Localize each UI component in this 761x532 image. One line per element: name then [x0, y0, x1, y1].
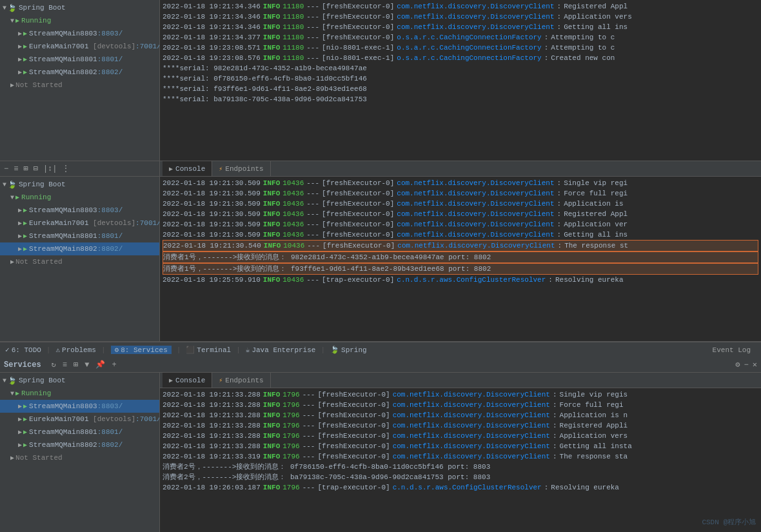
tree-item-8802-mid[interactable]: ▶ ▶ StreamMQMain8802 :8802/ [0, 242, 159, 255]
tree-item-8801-top[interactable]: ▶ ▶ StreamMQMain8801 :8801/ [0, 53, 159, 66]
settings-icon[interactable]: ⚙ [735, 360, 740, 369]
tree-item-running-bot[interactable]: ▼ ▶ Running [0, 387, 159, 400]
tree-item-8803-mid[interactable]: ▶ ▶ StreamMQMain8803 :8803/ [0, 204, 159, 217]
run-icon: ▶ [23, 232, 27, 240]
tree-item-springboot-mid[interactable]: ▼ 🍃 Spring Boot [0, 178, 159, 191]
arrow-icon: ▼ [10, 390, 14, 397]
consumer-line-2: 消费者1号，------->接收到的消息： f93ff6e1-9d61-4f11… [163, 263, 758, 275]
watermark: CSDN @程序小旭 [702, 517, 756, 527]
status-terminal[interactable]: ⬛ Terminal [186, 346, 231, 354]
toolbar-pin2-icon[interactable]: 📌 [94, 359, 106, 370]
tree-item-springboot-top[interactable]: ▼ 🍃 Spring Boot [0, 1, 159, 14]
status-java[interactable]: ☕ Java Enterprise [246, 346, 316, 354]
run-icon: ▶ [23, 415, 27, 423]
tree-label: EurekaMain7001 [devtools] [29, 43, 135, 50]
log-line: 2022-01-18 19:21:30.509 INFO 10436 --- [… [163, 209, 758, 219]
tree-label: EurekaMain7001 [devtools] [29, 415, 135, 423]
event-log-button[interactable]: Event Log [707, 345, 756, 355]
divider: | [236, 346, 241, 354]
port-label: :8802/ [97, 245, 123, 253]
log-line: 2022-01-18 19:21:30.509 INFO 10436 --- [… [163, 188, 758, 199]
log-line: 2022-01-18 19:21:33.288 INFO 1796 --- [f… [163, 441, 758, 451]
tree-toolbar-mid: − ≡ ⊞ ⊟ |↕| ⋮ [0, 161, 159, 177]
run-icon: ▶ [23, 206, 27, 214]
log-line: 2022-01-18 19:21:33.288 INFO 1796 --- [f… [163, 389, 758, 400]
toolbar-sync-icon[interactable]: ↻ [50, 359, 57, 370]
tree-item-8803-bot[interactable]: ▶ ▶ StreamMQMain8803 :8803/ [0, 400, 159, 413]
top-section: ▼ 🍃 Spring Boot ▼ ▶ Running ▶ ▶ StreamMQ… [0, 0, 761, 161]
tree-item-8801-mid[interactable]: ▶ ▶ StreamMQMain8801 :8801/ [0, 230, 159, 242]
arrow-icon: ▶ [18, 30, 22, 37]
toolbar-icon-more[interactable]: ⋮ [61, 163, 71, 174]
todo-icon: ✓ [5, 346, 10, 354]
toolbar-filter-icon[interactable]: ▼ [83, 360, 90, 370]
toolbar-add-icon[interactable]: + [110, 360, 117, 370]
tab-console-bot[interactable]: ▶ Console [163, 373, 212, 388]
tree-bot: ▼ 🍃 Spring Boot ▼ ▶ Running ▶ ▶ StreamMQ… [0, 373, 159, 466]
right-panel-top: 2022-01-18 19:21:34.346 INFO 11180 --- [… [160, 0, 761, 161]
tree-label: Not Started [15, 258, 63, 266]
tree-item-7001-top[interactable]: ▶ ▶ EurekaMain7001 [devtools] :7001/ [0, 40, 159, 53]
run-icon: ▶ [23, 30, 27, 37]
tree-label: Not Started [15, 454, 63, 462]
spring-icon: 🍃 [330, 346, 339, 354]
toolbar-icon-minus[interactable]: − [3, 164, 10, 174]
arrow-icon: ▶ [18, 441, 22, 449]
log-tabs-bot: ▶ Console ⚡ Endpoints [160, 373, 761, 388]
status-todo[interactable]: ✓ 6: TODO [5, 346, 41, 354]
close-icon[interactable]: ✕ [753, 360, 757, 369]
right-panel-bot: ▶ Console ⚡ Endpoints 2022-01-18 19:21:3… [160, 373, 761, 532]
tab-label: Endpoints [225, 377, 263, 384]
toolbar-icon-expand[interactable]: ⊞ [22, 163, 29, 174]
tree-top: ▼ 🍃 Spring Boot ▼ ▶ Running ▶ ▶ StreamMQ… [0, 0, 159, 93]
run-icon: ▶ [23, 219, 27, 227]
log-line: 2022-01-18 19:21:30.509 INFO 10436 --- [… [163, 178, 758, 188]
status-problems[interactable]: ⚠ Problems [55, 346, 95, 354]
log-line: 2022-01-18 19:23:08.576 INFO 11180 --- [… [163, 53, 758, 63]
tree-item-running-top[interactable]: ▼ ▶ Running [0, 14, 159, 27]
tree-item-8801-bot[interactable]: ▶ ▶ StreamMQMain8801 :8801/ [0, 426, 159, 438]
problems-label: Problems [62, 346, 96, 354]
tree-item-not-started-mid[interactable]: ▶ Not Started [0, 255, 159, 268]
port-label: :8803/ [97, 206, 123, 214]
port-label: :8802/ [97, 68, 123, 76]
toolbar-icon-eq[interactable]: ≡ [12, 164, 19, 174]
log-line: 2022-01-18 19:21:33.319 INFO 1796 --- [f… [163, 451, 758, 462]
toolbar-expand2-icon[interactable]: ⊞ [72, 359, 79, 370]
tab-console-mid[interactable]: ▶ Console [163, 161, 212, 176]
tree-item-8803-top[interactable]: ▶ ▶ StreamMQMain8803 :8803/ [0, 27, 159, 40]
tree-item-7001-mid[interactable]: ▶ ▶ EurekaMain7001 [devtools] :7001/ [0, 217, 159, 230]
left-panel-bot: ▼ 🍃 Spring Boot ▼ ▶ Running ▶ ▶ StreamMQ… [0, 373, 160, 532]
left-panel-mid: − ≡ ⊞ ⊟ |↕| ⋮ ▼ 🍃 Spring Boot ▼ ▶ Runnin… [0, 161, 160, 341]
arrow-icon: ▶ [10, 81, 14, 89]
arrow-icon: ▶ [18, 245, 22, 253]
middle-section: − ≡ ⊞ ⊟ |↕| ⋮ ▼ 🍃 Spring Boot ▼ ▶ Runnin… [0, 161, 761, 342]
tree-item-not-started-bot[interactable]: ▶ Not Started [0, 451, 159, 464]
tree-item-8802-top[interactable]: ▶ ▶ StreamMQMain8802 :8802/ [0, 66, 159, 79]
spring-icon: 🍃 [8, 181, 17, 189]
java-icon: ☕ [246, 346, 250, 354]
tab-endpoints-bot[interactable]: ⚡ Endpoints [212, 373, 270, 388]
run-icon: ▶ [23, 245, 27, 253]
tab-endpoints-mid[interactable]: ⚡ Endpoints [212, 161, 270, 176]
spring-icon: 🍃 [8, 377, 17, 385]
status-spring[interactable]: 🍃 Spring [330, 346, 367, 354]
log-line: 2022-01-18 19:21:34.377 INFO 11180 --- [… [163, 32, 758, 43]
tree-item-not-started-top[interactable]: ▶ Not Started [0, 79, 159, 92]
main-container: ▼ 🍃 Spring Boot ▼ ▶ Running ▶ ▶ StreamMQ… [0, 0, 761, 532]
port-label: :8801/ [97, 232, 123, 240]
toolbar-expand-icon[interactable]: ≡ [61, 360, 68, 370]
arrow-icon: ▼ [3, 181, 6, 188]
tree-label: Running [21, 193, 51, 201]
tree-item-7001-bot[interactable]: ▶ ▶ EurekaMain7001 [devtools] :7001/ [0, 413, 159, 426]
tree-item-springboot-bot[interactable]: ▼ 🍃 Spring Boot [0, 374, 159, 387]
toolbar-icon-collapse[interactable]: ⊟ [32, 163, 39, 174]
endpoints-icon: ⚡ [219, 377, 222, 384]
tree-item-running-mid[interactable]: ▼ ▶ Running [0, 191, 159, 204]
toolbar-icon-pin[interactable]: |↕| [42, 164, 59, 174]
port-label: :8803/ [97, 30, 123, 37]
status-services[interactable]: ⚙ 8: Services [111, 346, 172, 354]
run-icon: ▶ [15, 193, 19, 201]
minimize-icon[interactable]: − [744, 360, 749, 369]
tree-item-8802-bot[interactable]: ▶ ▶ StreamMQMain8802 :8802/ [0, 438, 159, 451]
